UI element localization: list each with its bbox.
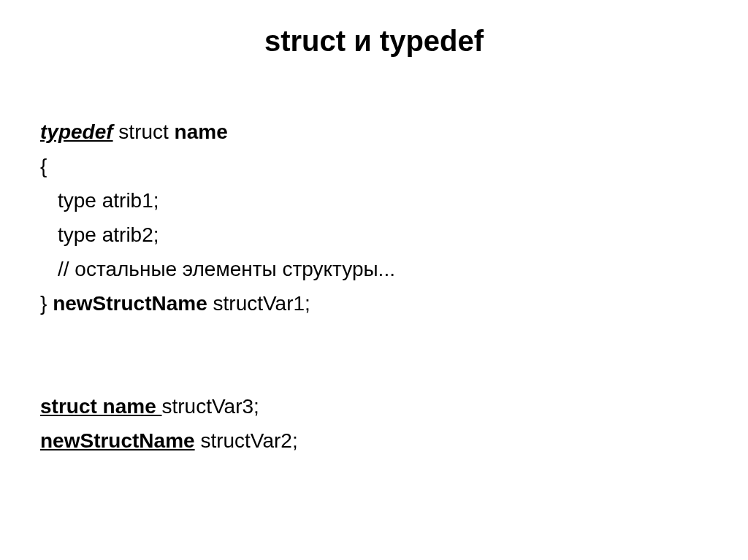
kw-struct: struct <box>113 120 175 143</box>
code-line-8: newStructName structVar2; <box>40 423 708 458</box>
close-brace: } <box>40 292 53 315</box>
code-line-6: } newStructName structVar1; <box>40 286 708 321</box>
code-line-3: type atrib1; <box>40 183 708 218</box>
code-block: typedef struct name { type atrib1; type … <box>40 115 708 458</box>
slide: struct и typedef typedef struct name { t… <box>0 0 748 560</box>
kw-typedef: typedef <box>40 120 113 143</box>
code-line-4: type atrib2; <box>40 218 708 252</box>
code-line-5: // остальные элементы структуры... <box>40 252 708 286</box>
struct-name-decl: struct name <box>40 395 162 418</box>
var3: structVar3; <box>162 395 259 418</box>
spacer <box>40 321 708 389</box>
var1: structVar1; <box>207 292 310 315</box>
code-line-7: struct name structVar3; <box>40 389 708 423</box>
var2: structVar2; <box>195 429 298 452</box>
page-title: struct и typedef <box>40 25 708 58</box>
kw-name: name <box>175 120 228 143</box>
code-line-1: typedef struct name <box>40 115 708 149</box>
new-struct-name: newStructName <box>53 292 207 315</box>
new-struct-name-decl: newStructName <box>40 429 195 452</box>
code-line-2: { <box>40 149 708 183</box>
